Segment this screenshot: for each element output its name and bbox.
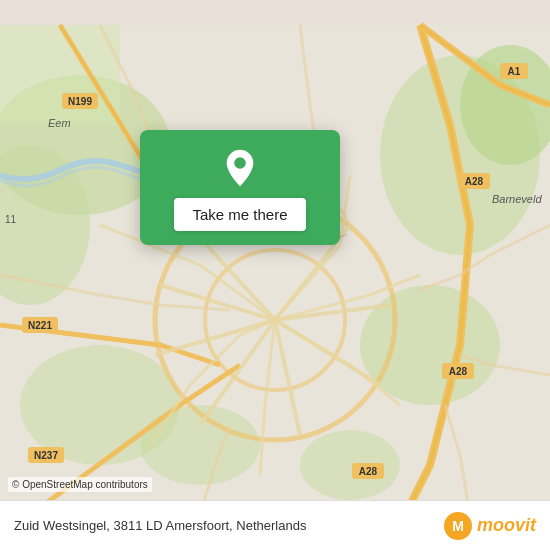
- address-text: Zuid Westsingel, 3811 LD Amersfoort, Net…: [14, 518, 306, 533]
- svg-text:A28: A28: [465, 176, 484, 187]
- location-pin-icon: [220, 148, 260, 188]
- svg-text:N237: N237: [34, 450, 58, 461]
- svg-point-6: [360, 285, 500, 405]
- svg-text:A1: A1: [508, 66, 521, 77]
- svg-point-30: [234, 157, 246, 169]
- map-background: N199 N221 N237 A28 A28 A28 A1 Eem Barnev…: [0, 0, 550, 550]
- take-me-there-button[interactable]: Take me there: [174, 198, 305, 231]
- location-card: Take me there: [140, 130, 340, 245]
- svg-text:Barneveld: Barneveld: [492, 193, 542, 205]
- moovit-brand-text: moovit: [477, 515, 536, 536]
- map-container: N199 N221 N237 A28 A28 A28 A1 Eem Barnev…: [0, 0, 550, 550]
- svg-point-8: [140, 405, 260, 485]
- bottom-bar: Zuid Westsingel, 3811 LD Amersfoort, Net…: [0, 500, 550, 550]
- map-attribution: © OpenStreetMap contributors: [8, 477, 152, 492]
- svg-rect-3: [0, 25, 120, 125]
- svg-text:N199: N199: [68, 96, 92, 107]
- svg-text:M: M: [452, 518, 464, 534]
- svg-point-9: [300, 430, 400, 500]
- svg-text:N221: N221: [28, 320, 52, 331]
- moovit-icon: M: [444, 512, 472, 540]
- svg-text:Eem: Eem: [48, 117, 71, 129]
- svg-text:A28: A28: [359, 466, 378, 477]
- moovit-logo: M moovit: [444, 512, 536, 540]
- svg-text:A28: A28: [449, 366, 468, 377]
- svg-text:11: 11: [5, 214, 17, 225]
